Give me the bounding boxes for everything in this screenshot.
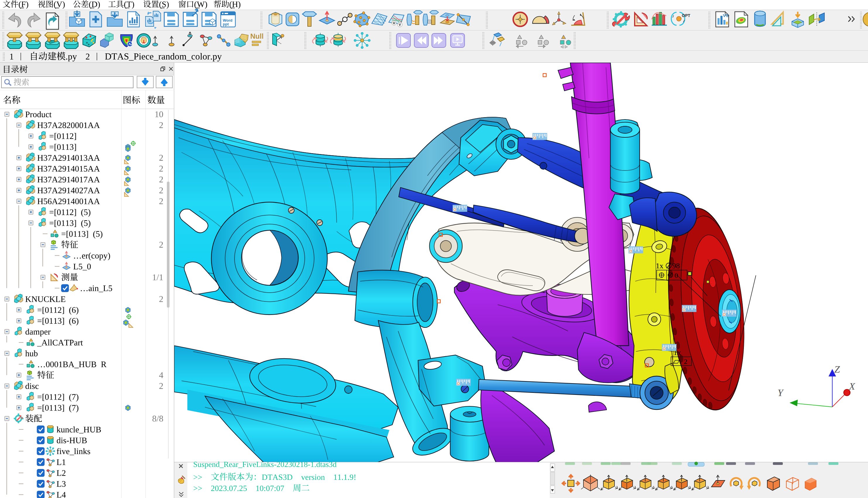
svg-text:OPT: OPT [682, 13, 690, 18]
svg-text:V: V [399, 23, 401, 26]
svg-text:X: X [849, 381, 855, 392]
svg-text:Null: Null [250, 32, 263, 40]
svg-text:VS: VS [723, 13, 729, 18]
svg-text:0: 0 [675, 272, 678, 279]
svg-text:2: 2 [684, 358, 687, 365]
svg-text:Y: Y [777, 387, 784, 398]
svg-text:U: U [393, 21, 395, 25]
svg-text:ppt: ppt [223, 22, 229, 26]
svg-text:1x: 1x [656, 262, 663, 270]
svg-text:Z: Z [834, 364, 840, 375]
svg-text:98: 98 [672, 262, 680, 270]
